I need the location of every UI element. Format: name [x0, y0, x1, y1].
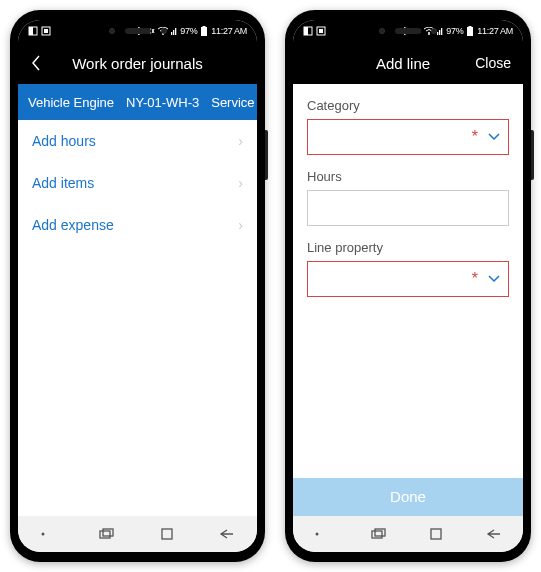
- svg-rect-1: [29, 27, 33, 35]
- svg-rect-27: [469, 26, 472, 27]
- done-button[interactable]: Done: [293, 478, 523, 516]
- content: Add hours › Add items › Add expense ›: [18, 120, 257, 516]
- nav-home-icon[interactable]: [160, 527, 174, 541]
- screen-left: 97% 11:27 AM Work order journals Vehicle…: [18, 20, 257, 552]
- app-header: Work order journals: [18, 42, 257, 84]
- page-title: Work order journals: [48, 55, 227, 72]
- chevron-right-icon: ›: [238, 217, 243, 233]
- info-vehicle: Vehicle Engine: [28, 95, 114, 110]
- info-id: NY-01-WH-3: [126, 95, 199, 110]
- status-bar: 97% 11:27 AM: [293, 20, 523, 42]
- sensor-cluster: [379, 28, 437, 34]
- clock: 11:27 AM: [477, 26, 513, 36]
- category-field: Category *: [307, 98, 509, 155]
- battery-icon: [466, 26, 474, 36]
- svg-rect-3: [44, 29, 48, 33]
- battery-icon: [200, 26, 208, 36]
- phone-right: 97% 11:27 AM Add line Close Category *: [285, 10, 531, 562]
- svg-rect-14: [103, 529, 113, 536]
- add-items-row[interactable]: Add items ›: [18, 162, 257, 204]
- category-label: Category: [307, 98, 509, 113]
- svg-point-28: [316, 533, 319, 536]
- row-label: Add hours: [32, 133, 96, 149]
- nav-back-icon[interactable]: [486, 528, 502, 540]
- svg-rect-8: [173, 30, 174, 35]
- add-expense-row[interactable]: Add expense ›: [18, 204, 257, 246]
- chevron-right-icon: ›: [238, 133, 243, 149]
- notification-icon: [303, 26, 313, 36]
- battery-text: 97%: [446, 26, 463, 36]
- notification-icon-2: [41, 26, 51, 36]
- add-line-form: Category * Hours Line property *: [293, 84, 523, 478]
- required-asterisk-icon: *: [472, 129, 478, 145]
- content: Category * Hours Line property *: [293, 84, 523, 516]
- signal-icon: [171, 27, 177, 35]
- svg-rect-15: [162, 529, 172, 539]
- svg-rect-19: [319, 29, 323, 33]
- nav-recent-icon[interactable]: [99, 528, 115, 540]
- nav-dot-icon[interactable]: [314, 527, 328, 541]
- hours-input[interactable]: [307, 190, 509, 226]
- notification-icon: [28, 26, 38, 36]
- notification-icon-2: [316, 26, 326, 36]
- nav-back-icon[interactable]: [219, 528, 235, 540]
- svg-rect-29: [372, 531, 382, 538]
- clock: 11:27 AM: [211, 26, 247, 36]
- line-property-field: Line property *: [307, 240, 509, 297]
- journal-list: Add hours › Add items › Add expense ›: [18, 120, 257, 246]
- nav-home-icon[interactable]: [429, 527, 443, 541]
- svg-rect-9: [175, 28, 176, 35]
- category-dropdown[interactable]: *: [307, 119, 509, 155]
- svg-rect-10: [201, 27, 207, 36]
- chevron-right-icon: ›: [238, 175, 243, 191]
- line-property-label: Line property: [307, 240, 509, 255]
- close-button[interactable]: Close: [471, 55, 511, 71]
- screen-right: 97% 11:27 AM Add line Close Category *: [293, 20, 523, 552]
- svg-rect-11: [203, 26, 206, 27]
- status-left-icons: [28, 26, 51, 36]
- row-label: Add items: [32, 175, 94, 191]
- status-left-icons: [303, 26, 326, 36]
- svg-rect-23: [437, 32, 438, 35]
- status-bar: 97% 11:27 AM: [18, 20, 257, 42]
- nav-recent-icon[interactable]: [371, 528, 387, 540]
- svg-rect-13: [100, 531, 110, 538]
- work-order-infobar: Vehicle Engine NY-01-WH-3 Service: [18, 84, 257, 120]
- info-type: Service: [211, 95, 254, 110]
- svg-rect-30: [375, 529, 385, 536]
- line-property-dropdown[interactable]: *: [307, 261, 509, 297]
- app-header: Add line Close: [293, 42, 523, 84]
- chevron-down-icon: [488, 133, 500, 141]
- row-label: Add expense: [32, 217, 114, 233]
- nav-dot-icon[interactable]: [40, 527, 54, 541]
- svg-rect-26: [467, 27, 473, 36]
- page-title: Add line: [335, 55, 471, 72]
- chevron-down-icon: [488, 275, 500, 283]
- back-button[interactable]: [30, 54, 48, 72]
- svg-rect-25: [441, 28, 442, 35]
- phone-left: 97% 11:27 AM Work order journals Vehicle…: [10, 10, 265, 562]
- svg-rect-31: [431, 529, 441, 539]
- svg-rect-7: [171, 32, 172, 35]
- signal-icon: [437, 27, 443, 35]
- add-hours-row[interactable]: Add hours ›: [18, 120, 257, 162]
- android-navbar: [18, 516, 257, 552]
- svg-rect-17: [304, 27, 308, 35]
- svg-rect-24: [439, 30, 440, 35]
- sensor-cluster: [109, 28, 167, 34]
- hours-field: Hours: [307, 169, 509, 226]
- required-asterisk-icon: *: [472, 271, 478, 287]
- battery-text: 97%: [180, 26, 197, 36]
- svg-point-12: [42, 533, 45, 536]
- hours-label: Hours: [307, 169, 509, 184]
- android-navbar: [293, 516, 523, 552]
